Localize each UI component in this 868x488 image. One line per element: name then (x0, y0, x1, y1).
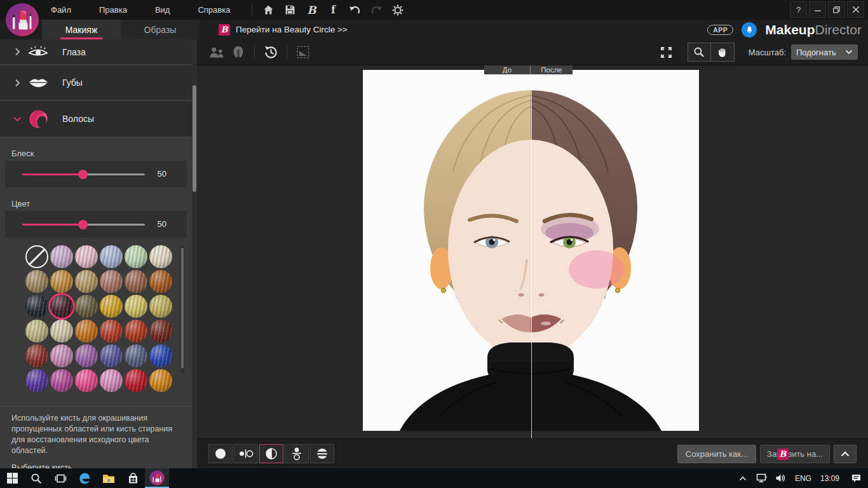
view-split-button[interactable] (259, 444, 283, 463)
beautycircle-icon[interactable]: B (304, 3, 318, 17)
window-minimize-button[interactable] (809, 1, 826, 18)
fullscreen-icon[interactable] (656, 43, 677, 62)
color-slider-thumb[interactable] (78, 220, 88, 229)
shine-slider-track[interactable] (22, 173, 145, 175)
language-indicator[interactable]: ENG (790, 474, 816, 483)
hair-color-swatch[interactable] (100, 369, 123, 392)
hair-color-swatch[interactable] (125, 344, 147, 367)
section-eyes[interactable]: Глаза (0, 39, 192, 65)
app-badge[interactable]: APP (707, 25, 733, 35)
save-as-button[interactable]: Сохранить как... (677, 445, 756, 463)
compare-labels: До После (484, 65, 573, 74)
file-explorer-icon[interactable] (97, 468, 121, 488)
hair-color-swatch[interactable] (25, 320, 48, 342)
hair-color-swatch[interactable] (50, 270, 73, 293)
action-center-icon[interactable] (844, 468, 868, 488)
window-restore-button[interactable] (828, 1, 845, 18)
scale-dropdown[interactable]: Подогнать (791, 44, 858, 60)
hair-color-swatch[interactable] (149, 320, 172, 342)
hair-color-swatch[interactable] (50, 344, 73, 367)
tab-makeup[interactable]: Макияж (42, 20, 121, 39)
hair-color-swatch[interactable] (125, 295, 147, 318)
hair-color-swatch[interactable] (125, 270, 147, 293)
face-detect-icon[interactable] (206, 43, 227, 62)
history-icon[interactable] (260, 43, 281, 62)
collapse-panel-button[interactable] (834, 445, 857, 463)
window-help-button[interactable]: ? (790, 1, 807, 18)
view-single-button[interactable] (208, 444, 233, 463)
hair-color-none-swatch[interactable] (25, 245, 48, 268)
edge-browser-icon[interactable] (72, 468, 97, 488)
undo-icon[interactable] (348, 3, 362, 17)
volume-icon[interactable] (771, 468, 790, 488)
color-slider[interactable]: 50 (5, 211, 187, 238)
hair-color-swatch[interactable] (149, 295, 172, 318)
hair-color-swatch[interactable] (100, 320, 123, 342)
hair-color-swatch[interactable] (75, 270, 98, 293)
start-button[interactable] (0, 468, 24, 488)
hair-color-swatch[interactable] (50, 245, 73, 268)
compare-divider-handle[interactable] (531, 65, 532, 438)
hair-color-swatch[interactable] (149, 245, 172, 268)
hair-color-swatch[interactable] (75, 295, 98, 318)
photo-canvas[interactable]: До После (197, 65, 868, 438)
hair-color-swatch[interactable] (75, 344, 98, 367)
beauty-circle-link[interactable]: B Перейти на Beauty Circle >> (219, 20, 348, 39)
clock[interactable]: 13:09 (816, 474, 844, 483)
hair-color-swatch[interactable] (50, 295, 73, 318)
upload-button[interactable]: Загрузить на... B (760, 445, 830, 463)
settings-gear-icon[interactable] (391, 3, 405, 17)
swatch-scrollbar[interactable] (180, 247, 184, 374)
hair-color-swatch[interactable] (75, 245, 98, 268)
section-hair[interactable]: Волосы (0, 101, 192, 137)
color-slider-track[interactable] (22, 224, 145, 226)
hair-color-swatch[interactable] (100, 245, 123, 268)
hair-color-swatch[interactable] (25, 270, 48, 293)
hair-color-swatch[interactable] (25, 344, 48, 367)
pan-hand-button[interactable] (711, 43, 735, 62)
hair-color-swatch[interactable] (50, 320, 73, 342)
hair-color-swatch[interactable] (75, 320, 98, 342)
section-lips[interactable]: Губы (0, 65, 192, 100)
taskbar-search-icon[interactable] (24, 468, 48, 488)
view-top-bottom-button[interactable] (285, 444, 309, 463)
hair-color-swatch[interactable] (125, 245, 147, 268)
menu-edit[interactable]: Правка (99, 5, 127, 15)
save-icon[interactable] (283, 3, 297, 17)
face-adjust-icon[interactable] (227, 43, 249, 62)
hair-color-swatch[interactable] (100, 295, 123, 318)
chevron-down-icon (845, 50, 853, 55)
network-icon[interactable] (752, 468, 771, 488)
facebook-icon[interactable]: f (326, 3, 340, 17)
redo-icon[interactable] (369, 3, 383, 17)
windows-store-icon[interactable] (121, 468, 145, 488)
tab-looks[interactable]: Образы (121, 20, 200, 39)
hair-color-swatch[interactable] (100, 270, 123, 293)
view-side-by-side-button[interactable] (234, 444, 258, 463)
hair-color-swatch[interactable] (125, 369, 147, 392)
view-split-horizontal-button[interactable] (310, 444, 334, 463)
task-view-icon[interactable] (48, 468, 72, 488)
notifications-bell-icon[interactable] (742, 22, 757, 37)
hair-color-swatch[interactable] (149, 344, 172, 367)
menu-file[interactable]: Файл (51, 5, 71, 15)
shine-slider[interactable]: 50 (5, 161, 187, 187)
hair-color-swatch[interactable] (75, 369, 98, 392)
zoom-tool-button[interactable] (688, 43, 711, 62)
hair-color-swatch[interactable] (149, 270, 172, 293)
menu-help[interactable]: Справка (198, 5, 230, 15)
hair-color-swatch[interactable] (100, 344, 123, 367)
taskbar-makeupdirector-app[interactable] (145, 468, 169, 488)
sidebar-scrollbar[interactable] (192, 39, 197, 468)
sample-area-icon[interactable] (292, 43, 314, 62)
shine-slider-thumb[interactable] (78, 170, 88, 179)
tray-chevron-up-icon[interactable] (733, 468, 752, 488)
menu-view[interactable]: Вид (155, 5, 170, 15)
home-icon[interactable] (261, 3, 275, 17)
hair-color-swatch[interactable] (149, 369, 172, 392)
hair-color-swatch[interactable] (125, 320, 147, 342)
hair-color-swatch[interactable] (50, 369, 73, 392)
hair-color-swatch[interactable] (25, 295, 48, 318)
window-close-button[interactable] (847, 1, 864, 18)
hair-color-swatch[interactable] (25, 369, 48, 392)
